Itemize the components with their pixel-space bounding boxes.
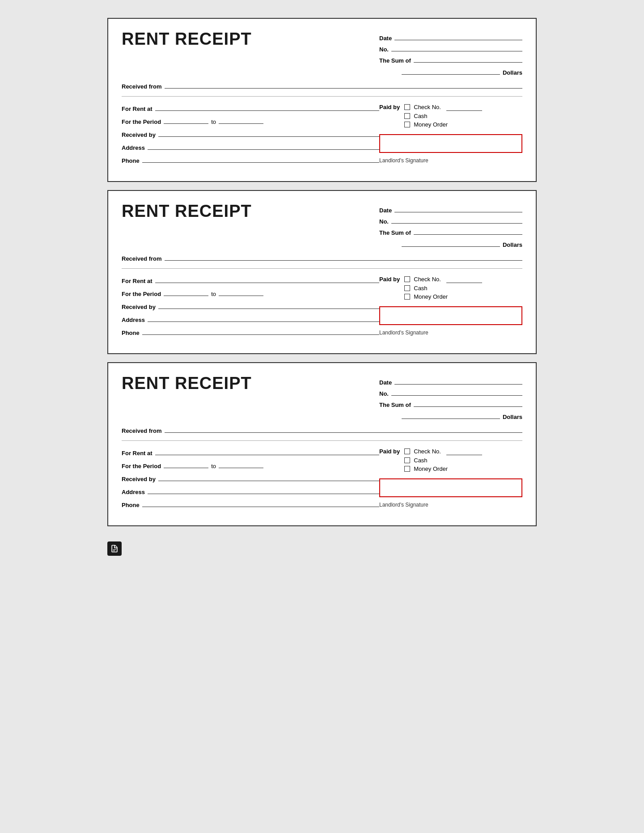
received-from-line-1[interactable] bbox=[165, 80, 522, 89]
dollars-line-1[interactable] bbox=[402, 67, 500, 75]
sum-line-2[interactable] bbox=[414, 227, 522, 235]
no-line-3[interactable] bbox=[391, 388, 522, 396]
address-label-2: Address bbox=[122, 317, 145, 323]
divider-3 bbox=[122, 440, 522, 441]
dollars-line-3[interactable] bbox=[402, 411, 500, 419]
check-no-line-3[interactable] bbox=[446, 447, 482, 455]
date-line-3[interactable] bbox=[394, 376, 522, 385]
money-order-checkbox-2[interactable] bbox=[404, 294, 410, 300]
check-option-2: Check No. bbox=[404, 275, 482, 283]
period-from-line-2[interactable] bbox=[164, 288, 208, 296]
cash-text-1: Cash bbox=[414, 113, 427, 119]
received-by-line-1[interactable] bbox=[158, 129, 379, 137]
paid-by-row-2: Paid by Check No. Cash bbox=[379, 275, 522, 300]
address-line-3[interactable] bbox=[148, 486, 379, 494]
received-by-line-2[interactable] bbox=[158, 301, 379, 309]
left-fields-1: For Rent at For the Period to Received b… bbox=[122, 103, 379, 164]
receipt-title-3: RENT RECEIPT bbox=[122, 374, 252, 393]
for-rent-line-1[interactable] bbox=[155, 103, 379, 111]
dollars-row-3: Dollars bbox=[379, 411, 522, 420]
period-label-1: For the Period bbox=[122, 118, 161, 125]
check-no-text-3: Check No. bbox=[414, 448, 441, 455]
period-to-line-3[interactable] bbox=[219, 460, 263, 468]
received-from-line-2[interactable] bbox=[165, 253, 522, 261]
phone-label-2: Phone bbox=[122, 330, 140, 336]
check-checkbox-3[interactable] bbox=[404, 448, 410, 454]
check-no-line-2[interactable] bbox=[446, 275, 482, 283]
received-from-line-3[interactable] bbox=[165, 425, 522, 433]
received-from-row-2: Received from bbox=[122, 253, 522, 262]
check-no-text-2: Check No. bbox=[414, 276, 441, 283]
receipt-top-3: RENT RECEIPT Date No. The Sum of Dollars bbox=[122, 374, 522, 420]
to-label-3: to bbox=[211, 463, 216, 469]
received-from-label-2: Received from bbox=[122, 255, 162, 262]
for-rent-label-1: For Rent at bbox=[122, 106, 153, 112]
for-rent-label-2: For Rent at bbox=[122, 278, 153, 284]
date-line-2[interactable] bbox=[394, 204, 522, 212]
signature-box-2[interactable] bbox=[379, 306, 522, 325]
signature-box-3[interactable] bbox=[379, 478, 522, 497]
cash-checkbox-2[interactable] bbox=[404, 285, 410, 291]
for-rent-line-3[interactable] bbox=[155, 447, 379, 455]
address-line-1[interactable] bbox=[148, 142, 379, 150]
check-checkbox-2[interactable] bbox=[404, 276, 410, 282]
receipt-middle-2: For Rent at For the Period to Received b… bbox=[122, 275, 522, 336]
address-line-2[interactable] bbox=[148, 314, 379, 322]
for-rent-label-3: For Rent at bbox=[122, 450, 153, 457]
divider-2 bbox=[122, 268, 522, 269]
no-row-1: No. bbox=[379, 43, 522, 53]
money-order-checkbox-1[interactable] bbox=[404, 122, 410, 127]
receipt-middle-3: For Rent at For the Period to Received b… bbox=[122, 447, 522, 508]
dollars-row-2: Dollars bbox=[379, 239, 522, 248]
to-label-1: to bbox=[211, 118, 216, 125]
date-row-3: Date bbox=[379, 376, 522, 386]
signature-box-1[interactable] bbox=[379, 134, 522, 153]
left-fields-3: For Rent at For the Period to Received b… bbox=[122, 447, 379, 508]
check-no-line-1[interactable] bbox=[446, 103, 482, 111]
sum-line-1[interactable] bbox=[414, 55, 522, 63]
phone-row-3: Phone bbox=[122, 499, 379, 508]
signature-label-2: Landlord's Signature bbox=[379, 330, 522, 336]
paid-by-label-3: Paid by bbox=[379, 447, 400, 455]
period-to-line-1[interactable] bbox=[219, 116, 263, 124]
period-label-2: For the Period bbox=[122, 291, 161, 297]
right-section-1: Paid by Check No. Cash bbox=[379, 103, 522, 164]
page-container: RENT RECEIPT Date No. The Sum of Dollars bbox=[107, 9, 537, 565]
received-by-label-2: Received by bbox=[122, 304, 156, 310]
signature-label-3: Landlord's Signature bbox=[379, 502, 522, 508]
document-icon[interactable] bbox=[107, 541, 122, 556]
period-to-line-2[interactable] bbox=[219, 288, 263, 296]
date-line-1[interactable] bbox=[394, 32, 522, 40]
date-row-2: Date bbox=[379, 204, 522, 214]
phone-line-1[interactable] bbox=[142, 155, 379, 163]
address-row-2: Address bbox=[122, 314, 379, 323]
money-order-option-2: Money Order bbox=[404, 293, 482, 300]
no-line-1[interactable] bbox=[391, 43, 522, 51]
money-order-option-1: Money Order bbox=[404, 121, 482, 128]
cash-checkbox-3[interactable] bbox=[404, 457, 410, 463]
cash-text-2: Cash bbox=[414, 285, 427, 292]
date-label-1: Date bbox=[379, 35, 392, 42]
receipt-card-2: RENT RECEIPT Date No. The Sum of Dollars bbox=[107, 190, 537, 354]
for-rent-line-2[interactable] bbox=[155, 275, 379, 283]
receipt-top-right-3: Date No. The Sum of Dollars bbox=[379, 374, 522, 420]
dollars-line-2[interactable] bbox=[402, 239, 500, 247]
money-order-checkbox-3[interactable] bbox=[404, 466, 410, 472]
no-label-3: No. bbox=[379, 390, 389, 397]
divider-1 bbox=[122, 96, 522, 97]
received-by-row-3: Received by bbox=[122, 473, 379, 482]
signature-label-1: Landlord's Signature bbox=[379, 157, 522, 164]
cash-option-1: Cash bbox=[404, 113, 482, 119]
period-from-line-1[interactable] bbox=[164, 116, 208, 124]
no-line-2[interactable] bbox=[391, 216, 522, 224]
received-by-line-3[interactable] bbox=[158, 473, 379, 481]
right-section-2: Paid by Check No. Cash bbox=[379, 275, 522, 336]
phone-line-2[interactable] bbox=[142, 327, 379, 335]
received-from-label-1: Received from bbox=[122, 83, 162, 90]
sum-line-3[interactable] bbox=[414, 399, 522, 407]
no-row-2: No. bbox=[379, 216, 522, 225]
cash-checkbox-1[interactable] bbox=[404, 113, 410, 119]
phone-line-3[interactable] bbox=[142, 499, 379, 507]
check-checkbox-1[interactable] bbox=[404, 104, 410, 110]
period-from-line-3[interactable] bbox=[164, 460, 208, 468]
